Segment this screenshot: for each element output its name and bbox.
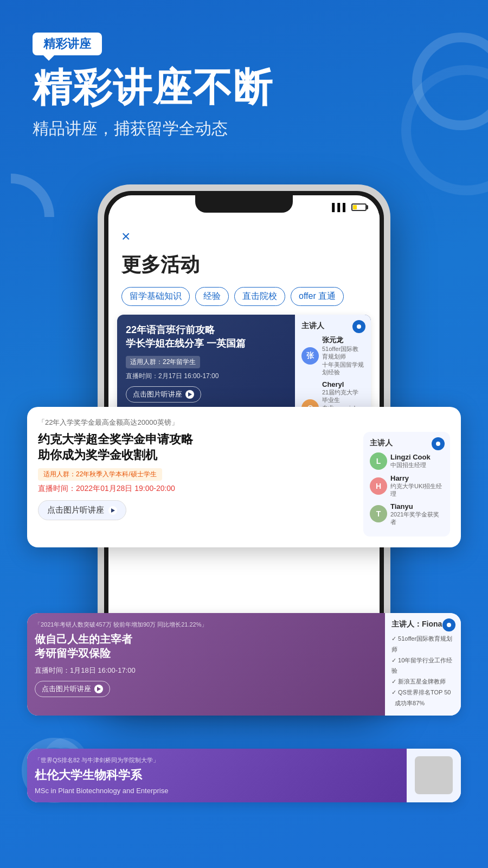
floating-avatar-2: H bbox=[370, 477, 387, 495]
floating-presenter-1: L Lingzi Cook 中国招生经理 bbox=[370, 452, 444, 470]
play-icon-2 bbox=[94, 685, 103, 693]
floating-tag: 适用人群：22年秋季入学本科/硕士学生 bbox=[38, 468, 162, 481]
floating-avatar-placeholder-1: L bbox=[370, 452, 387, 470]
presenter-info-1-1: 张元龙 51offer国际教育规划师十年美国留学规划经验 bbox=[322, 335, 364, 376]
live-dot-1 bbox=[357, 324, 361, 329]
floating-presenter-role-3: 2021年奖学金获奖者 bbox=[390, 510, 444, 526]
floating-card-right: 主讲人 L Lingzi Cook 中国招生经理 H Harry 约克大学UKI… bbox=[363, 432, 450, 537]
live-dot-2 bbox=[447, 623, 451, 627]
floating-presenter-name-3: Tianyu bbox=[390, 502, 444, 510]
live-dot-floating bbox=[436, 442, 440, 446]
filter-tabs: 留学基础知识 经验 直击院校 offer 直通 bbox=[108, 287, 380, 315]
floating-presenter-role-2: 约克大学UKI招生经理 bbox=[390, 482, 444, 498]
tab-study-basics[interactable]: 留学基础知识 bbox=[121, 287, 190, 306]
floating-card-body: 约克大学超全奖学金申请攻略助你成为奖学金收割机 适用人群：22年秋季入学本科/硕… bbox=[38, 432, 450, 537]
close-button[interactable]: × bbox=[121, 228, 130, 245]
signal-icon: ▌▌▌ bbox=[332, 203, 348, 212]
card-2-btn-label: 点击图片听讲座 bbox=[42, 684, 91, 694]
presenter-1-1: 张 张元龙 51offer国际教育规划师十年美国留学规划经验 bbox=[301, 335, 364, 376]
card-2-title: 做自己人生的主宰者考研留学双保险 bbox=[35, 632, 377, 660]
page-title: 更多活动 bbox=[108, 252, 380, 287]
floating-presenter-info-3: Tianyu 2021年奖学金获奖者 bbox=[390, 502, 444, 526]
floating-presenter-name-1: Lingzi Cook bbox=[390, 453, 444, 461]
app-header: × bbox=[108, 219, 380, 252]
main-title: 精彩讲座不断 bbox=[33, 66, 455, 109]
card-2-inner: 「2021年考研人数突破457万 较前年增加90万 同比增长21.22%」 做自… bbox=[27, 613, 461, 716]
floating-avatar-3: T bbox=[370, 505, 387, 522]
floating-presenter-info-1: Lingzi Cook 中国招生经理 bbox=[390, 453, 444, 469]
avatar-placeholder-1-1: 张 bbox=[301, 347, 319, 365]
floating-presenter-info-2: Harry 约克大学UKI招生经理 bbox=[390, 474, 444, 498]
floating-presenter-3: T Tianyu 2021年奖学金获奖者 bbox=[370, 502, 444, 526]
presenter-name-1-2: Cheryl bbox=[322, 380, 364, 388]
card-3-wrapper: 「世界QS排名82 与牛津剑桥同为学院制大学」 杜伦大学生物科学系 MSc in… bbox=[27, 749, 461, 802]
floating-top-note: 「22年入学奖学金最高金额高达20000英镑」 bbox=[38, 418, 450, 427]
floating-time: 直播时间：2022年01月28日 19:00-20:00 bbox=[38, 484, 357, 494]
tab-offer[interactable]: offer 直通 bbox=[291, 287, 344, 306]
floating-presenter-name-2: Harry bbox=[390, 474, 444, 482]
card-2-btn[interactable]: 点击图片听讲座 bbox=[35, 681, 110, 697]
floating-card: 「22年入学奖学金最高金额高达20000英镑」 约克大学超全奖学金申请攻略助你成… bbox=[27, 407, 461, 547]
card-1-tag: 适用人群：22年留学生 bbox=[126, 356, 200, 368]
floating-btn-label: 点击图片听讲座 bbox=[47, 505, 104, 515]
play-icon-1 bbox=[185, 390, 194, 399]
card-2-time: 直播时间：1月18日 16:00-17:00 bbox=[35, 666, 377, 675]
card-3-image bbox=[415, 756, 453, 794]
card-1-title: 22年语言班行前攻略学长学姐在线分享 一英国篇 bbox=[126, 323, 286, 350]
card-3-left: 「世界QS排名82 与牛津剑桥同为学院制大学」 杜伦大学生物科学系 MSc in… bbox=[27, 749, 407, 802]
status-bar-right: ▌▌▌ bbox=[332, 203, 367, 212]
tab-experience[interactable]: 经验 bbox=[195, 287, 229, 306]
header-badge: 精彩讲座 bbox=[33, 33, 102, 55]
floating-avatar-placeholder-2: H bbox=[370, 477, 387, 495]
floating-avatar-placeholder-3: T bbox=[370, 505, 387, 522]
card-2-left: 「2021年考研人数突破457万 较前年增加90万 同比增长21.22%」 做自… bbox=[27, 613, 385, 716]
card-3-subtitle: MSc in Plant Biotechnology and Enterpris… bbox=[35, 787, 399, 795]
floating-avatar-1: L bbox=[370, 452, 387, 470]
card-1-btn[interactable]: 点击图片听讲座 bbox=[126, 386, 201, 403]
card-2-right: 主讲人：Fiona ✓ 51offer国际教育规划师 ✓ 10年留学行业工作经验… bbox=[385, 613, 461, 716]
card-1-time: 直播时间：2月17日 16:00-17:00 bbox=[126, 372, 286, 381]
avatar-1-1: 张 bbox=[301, 347, 319, 365]
floating-btn[interactable]: 点击图片听讲座 bbox=[38, 500, 126, 520]
card-2-item-4: ✓ QS世界排名TOP 50 成功率87% bbox=[391, 687, 454, 709]
floating-play-triangle bbox=[111, 508, 115, 513]
floating-card-left: 约克大学超全奖学金申请攻略助你成为奖学金收割机 适用人群：22年秋季入学本科/硕… bbox=[38, 432, 357, 537]
card-2-wrapper: 「2021年考研人数突破457万 较前年增加90万 同比增长21.22%」 做自… bbox=[27, 613, 461, 716]
presenter-role-1-1: 51offer国际教育规划师十年美国留学规划经验 bbox=[322, 345, 364, 376]
card-2-top-note: 「2021年考研人数突破457万 较前年增加90万 同比增长21.22%」 bbox=[35, 621, 377, 629]
card-2-item-2: ✓ 10年留学行业工作经验 bbox=[391, 655, 454, 677]
card-3-inner: 「世界QS排名82 与牛津剑桥同为学院制大学」 杜伦大学生物科学系 MSc in… bbox=[27, 749, 461, 802]
header-section: 精彩讲座 精彩讲座不断 精品讲座，捕获留学全动态 bbox=[33, 33, 455, 140]
live-badge-floating bbox=[432, 437, 445, 450]
card-3-right bbox=[407, 749, 461, 802]
battery-fill bbox=[353, 205, 357, 209]
card-3-top-note: 「世界QS排名82 与牛津剑桥同为学院制大学」 bbox=[35, 756, 399, 764]
card-3-title: 杜伦大学生物科学系 bbox=[35, 768, 399, 783]
floating-play-icon bbox=[108, 506, 117, 515]
card-1-btn-label: 点击图片听讲座 bbox=[133, 390, 182, 399]
live-badge-1 bbox=[352, 320, 365, 333]
card-2-item-1: ✓ 51offer国际教育规划师 bbox=[391, 634, 454, 655]
presenter-name-1-1: 张元龙 bbox=[322, 335, 364, 345]
sub-title: 精品讲座，捕获留学全动态 bbox=[33, 118, 455, 140]
live-badge-2 bbox=[442, 618, 455, 631]
play-triangle-2 bbox=[97, 687, 101, 691]
battery-icon bbox=[351, 203, 367, 211]
floating-presenter-role-1: 中国招生经理 bbox=[390, 461, 444, 469]
card-2-item-3: ✓ 新浪五星金牌教师 bbox=[391, 676, 454, 687]
floating-presenter-2: H Harry 约克大学UKI招生经理 bbox=[370, 474, 444, 498]
phone-notch bbox=[195, 195, 293, 213]
floating-title: 约克大学超全奖学金申请攻略助你成为奖学金收割机 bbox=[38, 432, 357, 463]
play-triangle-1 bbox=[188, 392, 192, 397]
card-2-presenter-items: ✓ 51offer国际教育规划师 ✓ 10年留学行业工作经验 ✓ 新浪五星金牌教… bbox=[391, 634, 454, 709]
tab-schools[interactable]: 直击院校 bbox=[234, 287, 285, 306]
